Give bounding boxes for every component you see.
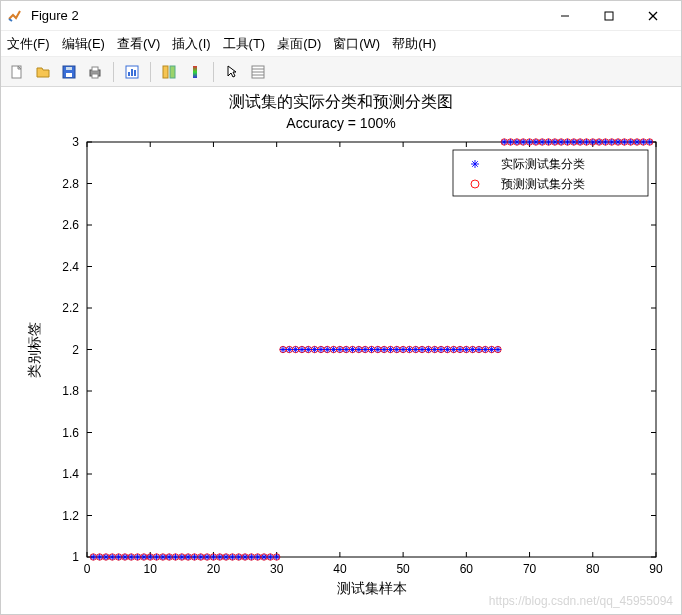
edit-plot-button[interactable]	[120, 60, 144, 84]
minimize-button[interactable]	[543, 2, 587, 30]
plot-area: 测试集的实际分类和预测分类图 Accuracy = 100% 010203040…	[1, 87, 681, 614]
svg-text:1: 1	[72, 550, 79, 564]
watermark: https://blog.csdn.net/qq_45955094	[489, 594, 673, 608]
window-title: Figure 2	[31, 8, 543, 23]
svg-text:90: 90	[649, 562, 663, 576]
svg-rect-13	[131, 69, 133, 76]
menubar: 文件(F) 编辑(E) 查看(V) 插入(I) 工具(T) 桌面(D) 窗口(W…	[1, 31, 681, 57]
svg-text:2: 2	[72, 343, 79, 357]
svg-text:2.4: 2.4	[62, 260, 79, 274]
svg-rect-6	[66, 73, 72, 77]
titlebar: Figure 2	[1, 1, 681, 31]
svg-text:30: 30	[270, 562, 284, 576]
svg-rect-9	[92, 67, 98, 71]
new-figure-button[interactable]	[5, 60, 29, 84]
svg-text:2.8: 2.8	[62, 177, 79, 191]
toolbar-separator	[150, 62, 151, 82]
svg-text:类别标签: 类别标签	[26, 322, 42, 378]
open-button[interactable]	[31, 60, 55, 84]
chart-canvas[interactable]: 010203040506070809011.21.41.61.822.22.42…	[1, 87, 682, 615]
svg-rect-12	[128, 72, 130, 76]
pointer-button[interactable]	[220, 60, 244, 84]
svg-text:3: 3	[72, 135, 79, 149]
menu-window[interactable]: 窗口(W)	[333, 35, 380, 53]
close-button[interactable]	[631, 2, 675, 30]
svg-text:20: 20	[207, 562, 221, 576]
insert-colorbar-button[interactable]	[183, 60, 207, 84]
svg-text:70: 70	[523, 562, 537, 576]
svg-text:50: 50	[396, 562, 410, 576]
svg-text:实际测试集分类: 实际测试集分类	[501, 157, 585, 171]
save-button[interactable]	[57, 60, 81, 84]
menu-desktop[interactable]: 桌面(D)	[277, 35, 321, 53]
svg-text:40: 40	[333, 562, 347, 576]
matlab-icon	[7, 8, 23, 24]
svg-text:测试集样本: 测试集样本	[337, 580, 407, 596]
menu-help[interactable]: 帮助(H)	[392, 35, 436, 53]
menu-insert[interactable]: 插入(I)	[172, 35, 210, 53]
toolbar-separator	[113, 62, 114, 82]
svg-rect-10	[92, 74, 98, 78]
figure-window: Figure 2 文件(F) 编辑(E) 查看(V) 插入(I) 工具(T) 桌…	[0, 0, 682, 615]
svg-rect-17	[193, 66, 197, 78]
menu-file[interactable]: 文件(F)	[7, 35, 50, 53]
svg-text:1.4: 1.4	[62, 467, 79, 481]
svg-rect-7	[66, 67, 72, 70]
svg-text:2.2: 2.2	[62, 301, 79, 315]
svg-rect-16	[170, 66, 175, 78]
svg-text:10: 10	[144, 562, 158, 576]
print-button[interactable]	[83, 60, 107, 84]
data-cursor-button[interactable]	[246, 60, 270, 84]
toolbar-separator	[213, 62, 214, 82]
svg-text:2.6: 2.6	[62, 218, 79, 232]
svg-rect-14	[134, 70, 136, 76]
svg-rect-15	[163, 66, 168, 78]
menu-edit[interactable]: 编辑(E)	[62, 35, 105, 53]
svg-text:0: 0	[84, 562, 91, 576]
menu-view[interactable]: 查看(V)	[117, 35, 160, 53]
svg-rect-1	[605, 12, 613, 20]
toolbar	[1, 57, 681, 87]
svg-text:1.8: 1.8	[62, 384, 79, 398]
svg-text:预测测试集分类: 预测测试集分类	[501, 177, 585, 191]
svg-text:80: 80	[586, 562, 600, 576]
link-axes-button[interactable]	[157, 60, 181, 84]
svg-text:1.2: 1.2	[62, 509, 79, 523]
menu-tools[interactable]: 工具(T)	[223, 35, 266, 53]
maximize-button[interactable]	[587, 2, 631, 30]
svg-text:1.6: 1.6	[62, 426, 79, 440]
svg-text:60: 60	[460, 562, 474, 576]
